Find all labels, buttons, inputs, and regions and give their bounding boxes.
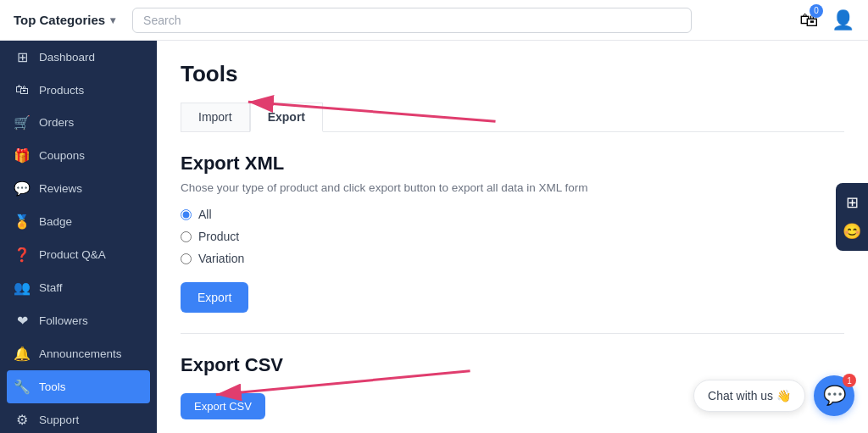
qa-icon: ❓ bbox=[14, 247, 31, 263]
sidebar-item-label: Badge bbox=[39, 215, 72, 228]
brand-logo[interactable]: Top Categories ▾ bbox=[14, 13, 115, 27]
top-navigation: Top Categories ▾ 🛍 0 👤 bbox=[0, 0, 868, 41]
sidebar-item-products[interactable]: 🛍 Products bbox=[0, 74, 157, 106]
cart-badge: 0 bbox=[810, 4, 823, 18]
radio-group-export: All Product Variation bbox=[181, 208, 844, 265]
nav-icons: 🛍 0 👤 bbox=[799, 9, 854, 31]
sidebar-item-label: Followers bbox=[39, 314, 88, 327]
products-icon: 🛍 bbox=[14, 82, 31, 97]
tools-icon: 🔧 bbox=[14, 379, 31, 395]
right-panel-icons: ⊞ 😊 bbox=[836, 183, 868, 251]
sidebar-item-label: Coupons bbox=[39, 149, 85, 162]
chat-badge: 1 bbox=[843, 374, 856, 387]
dashboard-icon: ⊞ bbox=[14, 49, 31, 65]
radio-variation-label: Variation bbox=[198, 252, 244, 265]
chat-bubble[interactable]: Chat with us 👋 bbox=[693, 380, 805, 412]
sidebar-item-label: Announcements bbox=[39, 347, 122, 360]
reviews-icon: 💬 bbox=[14, 180, 31, 197]
sidebar-item-label: Support bbox=[39, 414, 79, 426]
radio-all[interactable]: All bbox=[181, 208, 844, 221]
export-xml-button[interactable]: Export bbox=[181, 282, 248, 313]
radio-product-label: Product bbox=[198, 230, 239, 243]
sidebar-item-dashboard[interactable]: ⊞ Dashboard bbox=[0, 41, 157, 74]
sidebar-item-label: Product Q&A bbox=[39, 248, 106, 261]
brand-chevron: ▾ bbox=[110, 14, 115, 26]
search-bar bbox=[132, 8, 692, 33]
tab-import[interactable]: Import bbox=[181, 103, 250, 131]
cart-icon-wrap[interactable]: 🛍 0 bbox=[799, 9, 818, 31]
support-icon: ⚙ bbox=[14, 412, 31, 428]
emoji-icon[interactable]: 😊 bbox=[843, 222, 861, 241]
radio-variation[interactable]: Variation bbox=[181, 252, 844, 265]
sidebar-item-followers[interactable]: ❤ Followers bbox=[0, 304, 157, 337]
search-input[interactable] bbox=[132, 8, 692, 33]
sidebar-item-badge[interactable]: 🏅 Badge bbox=[0, 205, 157, 238]
export-xml-desc: Chose your type of product and click exp… bbox=[181, 181, 844, 194]
sidebar-item-label: Dashboard bbox=[39, 51, 95, 64]
badge-icon: 🏅 bbox=[14, 214, 31, 230]
tab-bar: Import Export bbox=[181, 103, 844, 132]
main-content: Tools Import Export Export XML Chose you… bbox=[157, 41, 868, 433]
sidebar-item-announcements[interactable]: 🔔 Announcements bbox=[0, 337, 157, 370]
page-title: Tools bbox=[181, 61, 844, 87]
sidebar-item-label: Tools bbox=[39, 380, 66, 393]
staff-icon: 👥 bbox=[14, 280, 31, 296]
user-icon[interactable]: 👤 bbox=[832, 9, 854, 31]
sidebar-item-reviews[interactable]: 💬 Reviews bbox=[0, 172, 157, 205]
sidebar-item-label: Staff bbox=[39, 281, 63, 294]
sidebar-item-staff[interactable]: 👥 Staff bbox=[0, 271, 157, 304]
radio-all-label: All bbox=[198, 208, 212, 221]
chat-icon: 💬 bbox=[823, 385, 846, 407]
announcements-icon: 🔔 bbox=[14, 346, 31, 362]
sidebar-item-orders[interactable]: 🛒 Orders bbox=[0, 106, 157, 139]
orders-icon: 🛒 bbox=[14, 114, 31, 130]
coupons-icon: 🎁 bbox=[14, 147, 31, 164]
radio-product[interactable]: Product bbox=[181, 230, 844, 243]
export-xml-title: Export XML bbox=[181, 153, 844, 175]
export-csv-button[interactable]: Export CSV bbox=[181, 393, 265, 419]
sidebar-item-label: Orders bbox=[39, 116, 74, 129]
followers-icon: ❤ bbox=[14, 313, 31, 329]
brand-name: Top Categories bbox=[14, 13, 105, 27]
sidebar: ⊞ Dashboard 🛍 Products 🛒 Orders 🎁 Coupon… bbox=[0, 41, 157, 433]
section-divider bbox=[181, 333, 844, 334]
chat-widget: Chat with us 👋 💬 1 bbox=[693, 375, 854, 416]
sidebar-item-label: Products bbox=[39, 84, 84, 97]
chat-button[interactable]: 💬 1 bbox=[814, 375, 854, 416]
sidebar-item-support[interactable]: ⚙ Support bbox=[0, 403, 157, 433]
sidebar-item-label: Reviews bbox=[39, 182, 82, 195]
tab-export[interactable]: Export bbox=[250, 103, 323, 132]
sidebar-item-coupons[interactable]: 🎁 Coupons bbox=[0, 139, 157, 172]
sidebar-item-tools[interactable]: 🔧 Tools bbox=[7, 370, 150, 403]
main-layout: ⊞ Dashboard 🛍 Products 🛒 Orders 🎁 Coupon… bbox=[0, 41, 868, 433]
export-csv-title: Export CSV bbox=[181, 354, 844, 376]
sidebar-item-product-qa[interactable]: ❓ Product Q&A bbox=[0, 238, 157, 271]
grid-icon[interactable]: ⊞ bbox=[843, 193, 861, 212]
